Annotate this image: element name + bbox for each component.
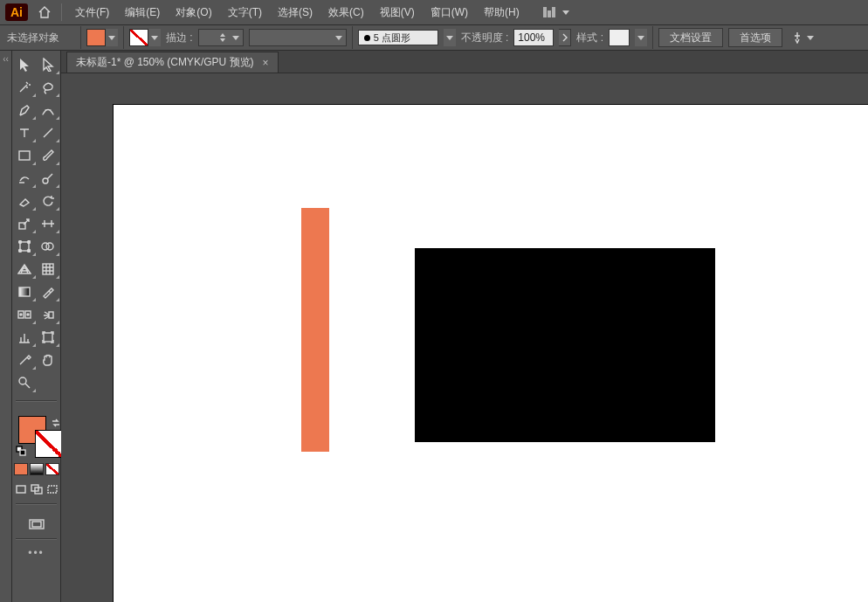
blend-tool[interactable]	[12, 304, 37, 325]
opacity-field[interactable]: 100%	[513, 29, 554, 46]
svg-point-4	[18, 241, 21, 244]
svg-rect-10	[43, 264, 53, 274]
color-mode-solid[interactable]	[14, 463, 28, 475]
menu-edit[interactable]: 编辑(E)	[119, 2, 166, 24]
workspace-icon	[543, 7, 559, 17]
eraser-tool[interactable]	[12, 190, 37, 211]
draw-mode-row	[12, 482, 60, 496]
draw-behind[interactable]	[29, 482, 45, 496]
workspace-switcher[interactable]	[538, 5, 575, 19]
home-icon[interactable]	[35, 6, 54, 18]
artboard	[114, 105, 868, 602]
separator	[16, 538, 57, 540]
stroke-color-control[interactable]	[129, 29, 161, 46]
black-rectangle-shape[interactable]	[415, 248, 715, 442]
color-mode-row	[12, 463, 60, 475]
svg-point-7	[27, 250, 30, 253]
eyedropper-tool[interactable]	[37, 281, 61, 302]
svg-rect-21	[17, 486, 25, 493]
document-tab-title: 未标题-1* @ 150% (CMYK/GPU 预览)	[76, 55, 254, 70]
rectangle-tool[interactable]	[12, 145, 37, 166]
stroke-swatch	[129, 29, 148, 46]
free-transform-tool[interactable]	[12, 236, 37, 257]
menu-type[interactable]: 文字(T)	[222, 2, 268, 24]
orange-rectangle-shape[interactable]	[301, 208, 329, 452]
width-tool[interactable]	[37, 213, 61, 234]
perspective-grid-tool[interactable]	[12, 259, 37, 280]
edit-toolbar[interactable]: •••	[12, 547, 60, 559]
document-setup-button[interactable]: 文档设置	[658, 28, 723, 47]
fill-swatch	[86, 29, 106, 46]
magic-wand-tool[interactable]	[12, 77, 37, 98]
curvature-tool[interactable]	[37, 100, 61, 121]
menu-object[interactable]: 对象(O)	[169, 2, 217, 24]
svg-rect-26	[32, 522, 41, 527]
panel-collapse-column[interactable]: ‹‹	[0, 51, 12, 602]
swap-fill-stroke-icon[interactable]	[51, 418, 61, 428]
opacity-more[interactable]	[559, 29, 571, 46]
opacity-label: 不透明度 :	[461, 31, 509, 45]
menubar: Ai 文件(F) 编辑(E) 对象(O) 文字(T) 选择(S) 效果(C) 视…	[0, 0, 868, 24]
rotate-tool[interactable]	[37, 190, 61, 211]
menu-file[interactable]: 文件(F)	[69, 2, 115, 24]
color-mode-gradient[interactable]	[30, 463, 44, 475]
stroke-proxy[interactable]	[35, 430, 63, 458]
mesh-tool[interactable]	[37, 259, 61, 280]
draw-inside[interactable]	[45, 482, 60, 496]
menu-view[interactable]: 视图(V)	[374, 2, 421, 24]
separator	[16, 503, 57, 505]
pen-tool[interactable]	[12, 100, 37, 121]
direct-selection-tool[interactable]	[37, 54, 61, 75]
color-mode-none[interactable]	[45, 463, 59, 475]
stroke-weight-label: 描边 :	[166, 31, 193, 45]
pin-panel[interactable]	[791, 31, 814, 44]
column-graph-tool[interactable]	[12, 327, 37, 348]
preferences-button[interactable]: 首选项	[728, 28, 782, 47]
blob-brush-tool[interactable]	[37, 168, 61, 189]
svg-rect-24	[48, 486, 57, 493]
gradient-tool[interactable]	[12, 281, 37, 302]
symbol-sprayer-tool[interactable]	[37, 304, 61, 325]
fill-color-control[interactable]	[86, 29, 118, 46]
hand-tool[interactable]	[37, 349, 61, 370]
draw-normal[interactable]	[13, 482, 29, 496]
style-dropdown[interactable]	[635, 29, 647, 46]
screen-mode[interactable]	[12, 519, 60, 531]
line-segment-tool[interactable]	[37, 122, 61, 143]
selection-tool[interactable]	[12, 54, 37, 75]
menu-select[interactable]: 选择(S)	[272, 2, 319, 24]
shaper-tool[interactable]	[12, 168, 37, 189]
close-tab-icon[interactable]: ×	[263, 57, 269, 69]
zoom-tool[interactable]	[12, 372, 37, 393]
svg-rect-0	[19, 151, 30, 160]
fill-stroke-proxy[interactable]	[12, 416, 60, 458]
lasso-tool[interactable]	[37, 77, 61, 98]
brush-name: 5 点圆形	[374, 31, 410, 45]
stroke-dropdown[interactable]	[148, 29, 161, 46]
slice-tool[interactable]	[12, 349, 37, 370]
fill-dropdown[interactable]	[106, 29, 118, 46]
canvas[interactable]	[61, 73, 868, 602]
scale-tool[interactable]	[12, 213, 37, 234]
artboard-tool[interactable]	[37, 327, 61, 348]
svg-point-6	[18, 250, 21, 253]
shape-builder-tool[interactable]	[37, 236, 61, 257]
menu-help[interactable]: 帮助(H)	[478, 2, 526, 24]
brush-dropdown[interactable]	[444, 29, 456, 46]
svg-point-15	[27, 314, 29, 315]
paintbrush-tool[interactable]	[37, 145, 61, 166]
menu-window[interactable]: 窗口(W)	[424, 2, 474, 24]
svg-rect-20	[20, 450, 25, 455]
tool-empty	[37, 372, 61, 393]
separator	[123, 26, 124, 49]
variable-width-profile[interactable]	[249, 29, 347, 46]
options-bar: 未选择对象 描边 : 5 点圆形 不透明度 : 100% 样式 : 文档设置 首…	[0, 24, 868, 51]
document-tab[interactable]: 未标题-1* @ 150% (CMYK/GPU 预览) ×	[66, 52, 279, 73]
default-fill-stroke-icon[interactable]	[16, 446, 26, 456]
brush-definition[interactable]: 5 点圆形	[358, 30, 438, 45]
graphic-style[interactable]	[609, 29, 630, 46]
document-area: 未标题-1* @ 150% (CMYK/GPU 预览) ×	[61, 51, 868, 602]
stroke-weight-field[interactable]	[198, 29, 244, 46]
type-tool[interactable]	[12, 122, 37, 143]
menu-effect[interactable]: 效果(C)	[322, 2, 370, 24]
